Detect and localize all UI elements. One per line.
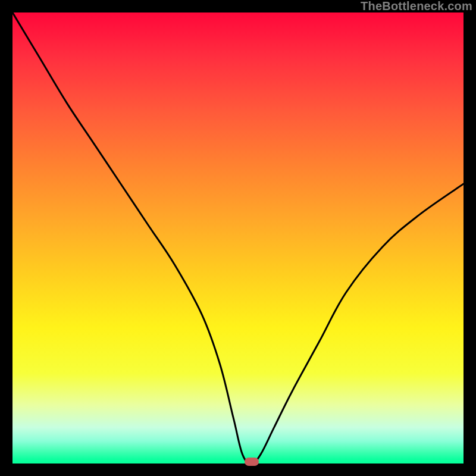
watermark-text: TheBottleneck.com	[361, 0, 472, 12]
optimal-point-marker	[245, 458, 259, 466]
chart-plot-area	[12, 12, 464, 464]
chart-frame: TheBottleneck.com	[0, 0, 476, 476]
bottleneck-curve	[12, 12, 464, 464]
